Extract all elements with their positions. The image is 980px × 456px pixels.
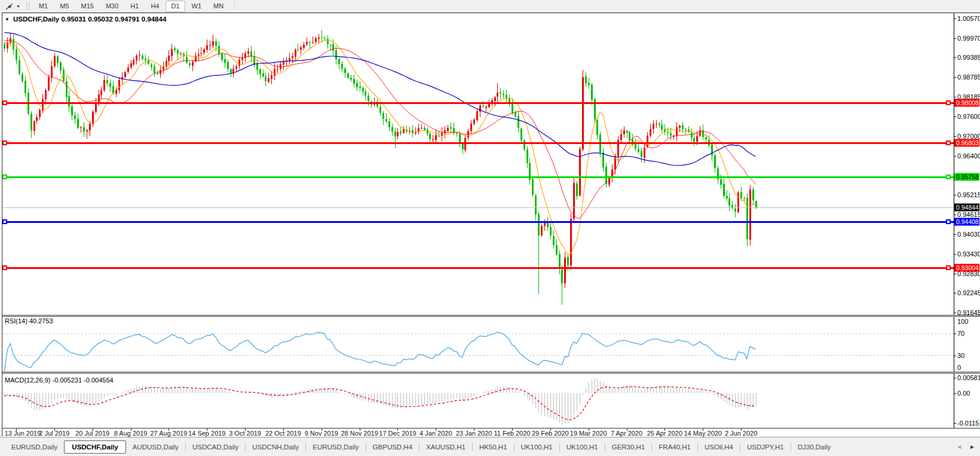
timeframe-buttons: M1M5M15M30H1H4D1W1MN xyxy=(33,1,229,12)
svg-text:0.94408: 0.94408 xyxy=(956,218,979,225)
chart-tab-dj30-daily[interactable]: DJ30,Daily xyxy=(791,441,838,453)
hline-handle-left[interactable] xyxy=(3,220,7,224)
chart-tab-xauusd-h1[interactable]: XAUUSD,H1 xyxy=(419,441,472,453)
svg-text:0.94844: 0.94844 xyxy=(956,204,979,211)
price-tick-label: 0.94030 xyxy=(957,231,980,238)
macd-panel xyxy=(4,378,756,424)
hline-price-label-0.95758: 0.95758 xyxy=(954,173,979,181)
chart-tab-usdcad-daily[interactable]: USDCAD,Daily xyxy=(186,441,245,453)
tabs-scroll-right-icon[interactable]: ► xyxy=(969,443,975,450)
svg-text:0.005818: 0.005818 xyxy=(957,374,980,381)
date-tick-label: 13 Jun 2019 xyxy=(5,430,41,437)
toolbar-grip[interactable] xyxy=(26,2,29,10)
chart-tab-eurusd-daily[interactable]: EURUSD,Daily xyxy=(5,441,64,453)
chart-tab-uk100-h1[interactable]: UK100,H1 xyxy=(514,441,559,453)
date-tick-label: 11 Feb 2020 xyxy=(494,430,531,437)
hline-price-label-0.93004: 0.93004 xyxy=(954,264,979,272)
svg-text:0.00: 0.00 xyxy=(957,390,970,397)
date-tick-label: 9 Nov 2019 xyxy=(305,430,338,437)
timeframe-button-mn[interactable]: MN xyxy=(208,1,229,12)
rsi-panel xyxy=(2,332,954,371)
date-tick-label: 4 Jan 2020 xyxy=(419,430,452,437)
date-tick-label: 7 Apr 2020 xyxy=(611,430,642,437)
hline-0.93004[interactable] xyxy=(2,266,954,270)
tab-scroll-arrows: ◄ ► xyxy=(956,443,975,450)
price-tick-label: 0.95215 xyxy=(957,191,980,198)
chart-dropdown-icon[interactable]: ▼ xyxy=(5,17,10,22)
timeframe-button-m5[interactable]: M5 xyxy=(54,1,74,12)
hline-0.94408[interactable] xyxy=(2,220,954,224)
price-tick-label: 0.99970 xyxy=(957,35,980,42)
date-tick-label: 28 Nov 2019 xyxy=(341,430,378,437)
date-tick-label: 14 Sep 2019 xyxy=(188,430,225,437)
timeframe-button-h4[interactable]: H4 xyxy=(145,1,164,12)
price-tick-label: 0.94615 xyxy=(957,211,980,218)
date-tick-label: 14 May 2020 xyxy=(684,430,722,437)
timeframe-button-h1[interactable]: H1 xyxy=(125,1,144,12)
hline-handle-right[interactable] xyxy=(947,101,950,105)
chart-tab-usdcnh-daily[interactable]: USDCNH,Daily xyxy=(246,441,305,453)
date-tick-label: 3 Oct 2019 xyxy=(229,430,261,437)
ma-20-line xyxy=(4,40,755,218)
trading-terminal-window: ▼ M1M5M15M30H1H4D1W1MN 1.005700.999700.9… xyxy=(0,0,980,456)
date-tick-label: 2 Jul 2019 xyxy=(39,430,70,437)
date-tick-label: 17 Dec 2019 xyxy=(379,430,416,437)
chart-tab-hk50-h1[interactable]: HK50,H1 xyxy=(473,441,514,453)
dropdown-caret-icon: ▼ xyxy=(16,4,20,8)
hline-handle-right[interactable] xyxy=(947,266,950,270)
toolbar-separator xyxy=(234,2,235,10)
timeframe-button-m15[interactable]: M15 xyxy=(76,1,99,12)
timeframe-toolbar: ▼ M1M5M15M30H1H4D1W1MN xyxy=(0,0,980,13)
chart-tab-gbpusd-h4[interactable]: GBPUSD,H4 xyxy=(366,441,419,453)
timeframe-button-w1[interactable]: W1 xyxy=(186,1,207,12)
chart-tab-usoil-h4[interactable]: USOil,H4 xyxy=(698,441,740,453)
price-tick-label: 1.00570 xyxy=(957,15,980,22)
hline-0.98008[interactable] xyxy=(2,101,954,105)
hline-0.95758[interactable] xyxy=(2,175,954,179)
hline-handle-left[interactable] xyxy=(3,101,7,105)
svg-text:0: 0 xyxy=(957,364,961,371)
hline-handle-right[interactable] xyxy=(947,175,950,179)
chart-tab-eurusd-daily[interactable]: EURUSD,Daily xyxy=(306,441,365,453)
date-tick-label: 22 Oct 2019 xyxy=(265,430,301,437)
svg-text:-0.011514: -0.011514 xyxy=(957,420,980,427)
rsi-line xyxy=(4,332,755,371)
hline-handle-left[interactable] xyxy=(3,141,7,145)
chart-tab-usdjpy-h1[interactable]: USDJPY,H1 xyxy=(740,441,791,453)
date-tick-label: 8 Aug 2019 xyxy=(114,430,148,437)
line-tool-icon xyxy=(5,2,14,10)
price-tick-label: 0.98785 xyxy=(957,74,980,81)
hline-price-label-0.96803: 0.96803 xyxy=(954,139,979,147)
ma-55-line xyxy=(4,32,755,166)
date-tick-label: 19 Mar 2020 xyxy=(570,430,607,437)
svg-text:30: 30 xyxy=(957,352,964,359)
price-tick-label: 0.92245 xyxy=(957,289,980,296)
chart-tab-fra40-h1[interactable]: FRA40,H1 xyxy=(652,441,697,453)
chart-tab-uk100-h1[interactable]: UK100,H1 xyxy=(560,441,605,453)
timeframe-button-m30[interactable]: M30 xyxy=(100,1,124,12)
current-price-label: 0.94844 xyxy=(954,204,979,212)
hline-handle-left[interactable] xyxy=(3,175,7,179)
hline-handle-right[interactable] xyxy=(947,141,950,145)
hline-price-label-0.98008: 0.98008 xyxy=(954,99,979,107)
chart-tab-bar: EURUSD,DailyUSDCHF,DailyAUDUSD,DailyUSDC… xyxy=(0,437,980,456)
chart-tab-audusd-daily[interactable]: AUDUSD,Daily xyxy=(126,441,185,453)
date-axis[interactable]: 13 Jun 20192 Jul 201920 Jul 20198 Aug 20… xyxy=(5,429,758,437)
hline-handle-left[interactable] xyxy=(3,266,7,270)
chart-tab-usdchf-daily[interactable]: USDCHF,Daily xyxy=(64,440,125,454)
panel-borders xyxy=(2,13,980,436)
timeframe-button-m1[interactable]: M1 xyxy=(33,1,53,12)
tabs-scroll-left-icon[interactable]: ◄ xyxy=(956,443,962,450)
svg-text:100: 100 xyxy=(957,318,968,325)
chart-canvas[interactable]: 1.005700.999700.993850.987850.981850.976… xyxy=(0,13,980,437)
date-tick-label: 23 Jan 2020 xyxy=(456,430,492,437)
candles-layer xyxy=(4,30,757,305)
line-tool-button[interactable]: ▼ xyxy=(2,2,23,11)
svg-text:0.96803: 0.96803 xyxy=(956,139,979,146)
chart-tab-ger30-h1[interactable]: GER30,H1 xyxy=(605,441,652,453)
chart-window: 1.005700.999700.993850.987850.981850.976… xyxy=(0,13,980,437)
timeframe-button-d1[interactable]: D1 xyxy=(166,1,185,12)
svg-text:0.98008: 0.98008 xyxy=(956,99,979,106)
hline-handle-right[interactable] xyxy=(947,220,950,224)
hline-0.96803[interactable] xyxy=(2,141,954,145)
